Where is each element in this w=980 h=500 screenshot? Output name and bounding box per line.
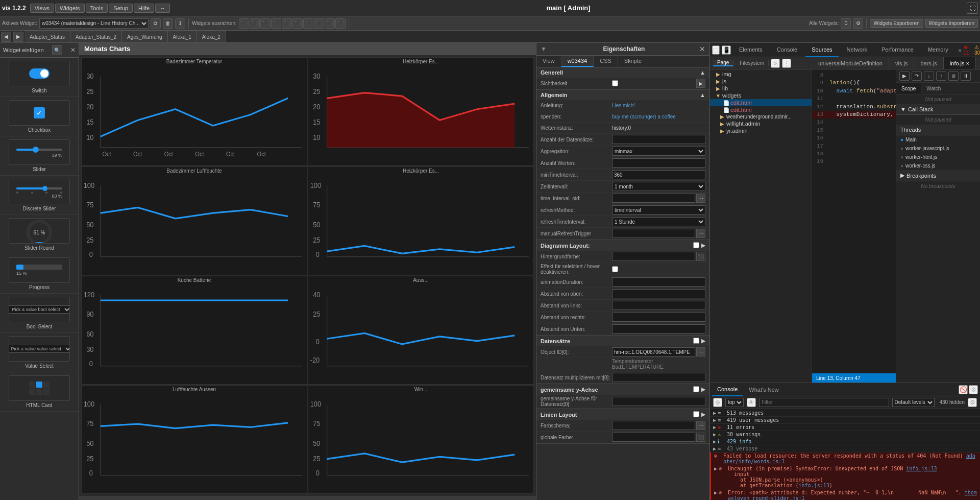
debug-step-into-btn[interactable]: ↓ [924,72,934,81]
file-tree-more-btn[interactable]: » [771,59,780,68]
tab-ages-warnung[interactable]: Ages_Warnung [122,31,168,43]
hintergrundfarbe-color-btn[interactable]: ⬛ [696,252,705,261]
widget-delete-btn[interactable]: 🗑 [163,18,173,29]
farbschema-input[interactable] [612,421,695,430]
widget-item-progress[interactable]: 15 % Progress [0,254,79,294]
tree-item-js[interactable]: ▶ js [710,78,812,85]
editor-tab-umd[interactable]: universalModuleDefinition [812,57,889,69]
align-middle-btn[interactable]: ⬛ [282,18,292,29]
effekt-checkbox[interactable] [612,266,618,272]
devtools-tab-sources[interactable]: Sources [805,43,838,57]
thread-worker-js[interactable]: ● worker-javascript.js [896,144,980,153]
props-tab-css[interactable]: CSS [594,56,618,67]
datensaetze-header[interactable]: Datensätze ▶ [536,336,709,346]
widget-item-value-select[interactable]: Pick a value value select Value Select [0,333,79,372]
thread-main[interactable]: ● Main [896,135,980,144]
console-gear-icon[interactable]: ⚙ [968,398,977,407]
widget-item-slider-round[interactable]: 61 % Slider Round [0,215,79,254]
file-tree-tab-filesystem[interactable]: Filesystem [736,60,769,66]
props-close-btn[interactable]: ✕ [699,45,705,53]
sichtbarkeit-checkbox[interactable] [612,80,618,86]
debug-step-out-btn[interactable]: ↑ [936,72,946,81]
globale-farbe-input[interactable] [612,433,695,442]
call-stack-header[interactable]: ▼ Call Stack [896,104,980,115]
object-id-input[interactable] [612,347,695,356]
align-left-btn[interactable]: ⬛ [239,18,249,29]
tree-item-edit-html[interactable]: 📄 edit.html [710,99,812,106]
gemeinsame-header[interactable]: gemeinsame y-Achse ▶ [536,384,709,395]
bottom-tab-whats-new[interactable]: What's New [744,383,783,396]
align-bottom-btn[interactable]: ⬛ [292,18,303,29]
align-right-btn[interactable]: ⬛ [260,18,271,29]
anzahl-datensaetze-input[interactable]: 0 [612,135,705,144]
widgets-menu[interactable]: Widgets [55,4,85,13]
gemeinsame-achse-input[interactable] [612,397,705,406]
widget-item-html-card[interactable]: HTML Card [0,372,79,412]
tools-menu[interactable]: Tools [86,4,108,13]
diagramm-checkbox[interactable] [693,242,699,248]
editor-tab-vis[interactable]: vis.js [889,57,914,69]
alle-btn[interactable]: ⚙ [853,18,863,29]
breakpoints-header[interactable]: ▶ Breakpoints [896,170,980,181]
devtools-mobile-icon[interactable]: 📱 [722,45,731,55]
console-filter-icon[interactable]: ⊛ [713,398,722,407]
hintergrundfarbe-input[interactable] [612,252,695,261]
devtools-more-tabs[interactable]: » [959,47,962,53]
zeitintervall-select[interactable]: 1 month [612,182,705,191]
debug-step-over-btn[interactable]: ↷ [912,72,922,81]
setup-menu[interactable]: Setup [109,4,133,13]
editor-tab-info[interactable]: info.js × [944,57,976,69]
abstand-links-input[interactable] [612,301,705,310]
widgets-importieren-btn[interactable]: Widgets Importieren [925,19,978,28]
distribute-v-btn[interactable]: ⬛ [314,18,324,29]
widget-item-switch[interactable]: Switch [0,58,79,97]
tab-nav-forward[interactable]: ▶ [13,32,23,42]
expand-icon-verbose[interactable]: ▶ [713,446,716,451]
hilfe-menu[interactable]: Hilfe [134,4,154,13]
debug-deactivate-btn[interactable]: ⊘ [948,72,959,81]
tab-adapter-status-2[interactable]: Adapter_Status_2 [70,31,122,43]
extra-icon[interactable]: ↔ [155,4,170,13]
diagramm-header[interactable]: Diagramm Layout: ▶ [536,240,709,251]
abstand-unten-input[interactable] [612,324,705,334]
expand-icon-err2[interactable]: ▶ [714,466,717,471]
align-center-btn[interactable]: ⬛ [250,18,260,29]
globale-farbe-btn[interactable]: ⬛ [696,433,705,442]
linien-checkbox[interactable] [693,411,699,417]
linien-header[interactable]: Linien Layout ▶ [536,409,709,420]
file-tree-menu-btn[interactable]: ⋮ [782,59,791,68]
console-context-select[interactable]: top [725,398,744,407]
expand-icon-info[interactable]: ▶ [713,439,716,444]
debug-pause-btn[interactable]: ⏸ [961,72,971,81]
tree-item-widgets[interactable]: ▼ widgets [710,92,812,99]
refresh-method-select[interactable]: timeInterval [612,205,705,215]
console-filter-input[interactable] [759,398,889,407]
sidebar-close-btn[interactable]: ✕ [70,46,76,54]
generell-header[interactable]: Generell ▲ [536,67,709,78]
props-tab-skripte[interactable]: Skripte [618,56,648,67]
tree-item-lib[interactable]: ▶ lib [710,85,812,92]
widgets-exportieren-btn[interactable]: Widgets Exportieren [870,19,923,28]
active-widget-select[interactable]: w03434 (materialdesign - Line History Ch… [39,18,149,29]
anzahl-werten-input[interactable] [612,158,705,168]
tree-item-edit-html-2[interactable]: 📄 edit.html [710,106,812,113]
aggregation-select[interactable]: minmax [612,147,705,156]
widget-item-bool-select[interactable]: Pick a value bool select Bool Select [0,294,79,333]
datensaetze-checkbox[interactable] [693,338,699,344]
gemeinsame-checkbox[interactable] [693,386,699,392]
tab-adapter-status[interactable]: Adapter_Status [24,31,70,43]
tab-alexa-1[interactable]: Alexa_1 [168,31,197,43]
expand-icon-errors[interactable]: ▶ [713,424,716,430]
manual-refresh-input[interactable] [612,229,695,238]
debug-resume-btn[interactable]: ▶ [899,72,910,81]
devtools-inspect-icon[interactable]: ⬚ [712,45,720,55]
refresh-time-select[interactable]: 1 Stunde [612,217,705,226]
widget-item-slider[interactable]: 39 % Slider [0,136,79,176]
min-time-input[interactable] [612,170,705,179]
anleitung-link[interactable]: Lies mich! [612,103,635,108]
tab-alexa-2[interactable]: Alexa_2 [197,31,226,43]
widget-copy-btn[interactable]: ⧉ [151,18,161,29]
scope-tab-watch[interactable]: Watch [921,83,946,94]
widget-item-checkbox[interactable]: ✓ Checkbox [0,97,79,136]
time-interval-oid-btn[interactable]: ⋯ [696,194,705,203]
